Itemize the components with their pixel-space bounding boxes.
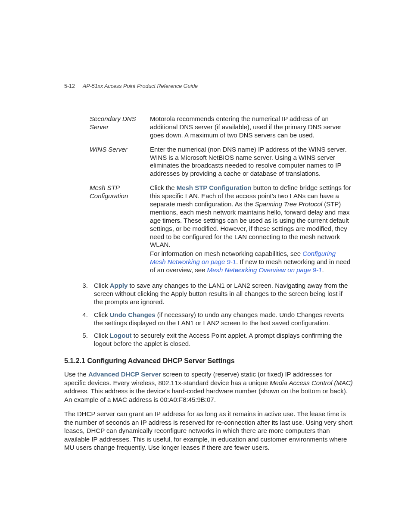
page-content: Secondary DNS Server Motorola recommends… (0, 0, 411, 452)
text: Click the (150, 184, 177, 191)
text: Click (94, 311, 110, 318)
undo-changes-label: Undo Changes (110, 311, 156, 318)
step-3: Click Apply to save any changes to the L… (90, 281, 353, 306)
step-4: Click Undo Changes (if necessary) to und… (90, 311, 353, 327)
steps-list: Click Apply to save any changes to the L… (79, 281, 353, 348)
text: Use the (64, 370, 88, 378)
text: address. This address is the device's ha… (64, 387, 348, 403)
link-mesh-overview[interactable]: Mesh Networking Overview on page 9-1 (207, 266, 322, 274)
text: . (322, 266, 324, 274)
doc-title: AP-51xx Access Point Product Reference G… (83, 83, 198, 89)
def-desc: Click the Mesh STP Configuration button … (150, 184, 353, 275)
text: For information on mesh networking capab… (150, 250, 302, 257)
text: Click (94, 332, 110, 339)
mac-term: Media Access Control (MAC) (270, 379, 353, 386)
text: to save any changes to the LAN1 or LAN2 … (94, 282, 348, 305)
def-row-secondary-dns: Secondary DNS Server Motorola recommends… (90, 115, 353, 140)
def-term: Secondary DNS Server (90, 115, 150, 140)
def-desc: Motorola recommends entering the numeric… (150, 115, 353, 140)
logout-label: Logout (110, 332, 132, 339)
def-desc: Enter the numerical (non DNS name) IP ad… (150, 146, 353, 178)
running-header: 5-12AP-51xx Access Point Product Referen… (64, 83, 198, 89)
apply-label: Apply (110, 282, 128, 289)
section-paragraph-2: The DHCP server can grant an IP address … (64, 410, 353, 452)
def-term: WINS Server (90, 146, 150, 178)
section-paragraph-1: Use the Advanced DHCP Server screen to s… (64, 370, 353, 404)
def-row-mesh: Mesh STP Configuration Click the Mesh ST… (90, 184, 353, 275)
mesh-stp-config-label: Mesh STP Configuration (177, 184, 252, 191)
definition-table: Secondary DNS Server Motorola recommends… (90, 115, 353, 275)
step-5: Click Logout to securely exit the Access… (90, 331, 353, 348)
advanced-dhcp-label: Advanced DHCP Server (88, 370, 161, 378)
text: Click (94, 282, 110, 289)
def-row-wins: WINS Server Enter the numerical (non DNS… (90, 146, 353, 178)
text: to securely exit the Access Point applet… (94, 332, 342, 347)
section-heading-5-1-2-1: 5.1.2.1 Configuring Advanced DHCP Server… (64, 357, 353, 365)
page-number: 5-12 (64, 83, 75, 89)
def-term: Mesh STP Configuration (90, 184, 150, 275)
spanning-tree-term: Spanning Tree Protocol (255, 200, 322, 208)
